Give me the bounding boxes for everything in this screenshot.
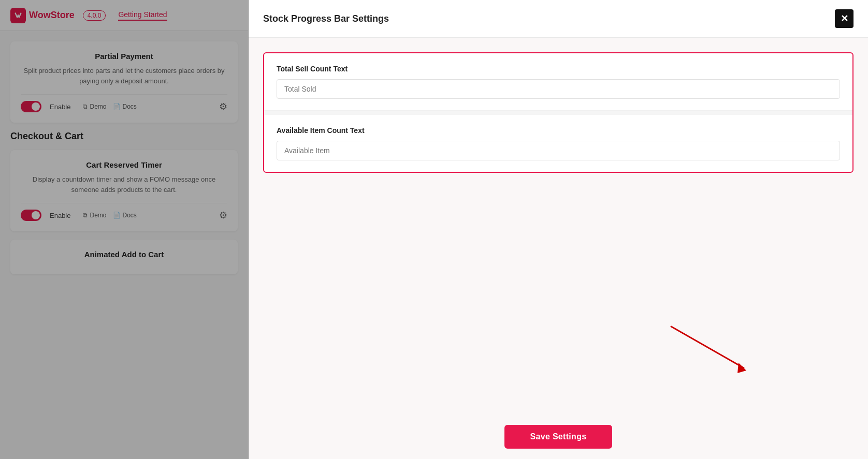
modal-header: Stock Progress Bar Settings ✕ <box>249 0 868 38</box>
total-sell-row: Total Sell Count Text <box>264 53 852 111</box>
available-item-row: Available Item Count Text <box>264 115 852 172</box>
modal-body: Total Sell Count Text Available Item Cou… <box>249 38 868 414</box>
modal-footer: Save Settings <box>249 414 868 459</box>
available-item-label: Available Item Count Text <box>277 126 840 135</box>
available-item-input[interactable] <box>277 141 840 160</box>
svg-line-0 <box>671 327 744 368</box>
total-sell-label: Total Sell Count Text <box>277 65 840 73</box>
settings-modal: Stock Progress Bar Settings ✕ Total Sell… <box>249 0 868 459</box>
settings-section: Total Sell Count Text Available Item Cou… <box>263 52 853 173</box>
modal-title: Stock Progress Bar Settings <box>263 13 389 24</box>
modal-close-button[interactable]: ✕ <box>835 9 853 28</box>
settings-divider <box>264 111 852 115</box>
total-sell-input[interactable] <box>277 79 840 99</box>
arrow-annotation <box>661 321 764 383</box>
svg-marker-1 <box>737 363 746 373</box>
save-settings-button[interactable]: Save Settings <box>504 425 613 449</box>
arrow-svg <box>661 321 764 383</box>
